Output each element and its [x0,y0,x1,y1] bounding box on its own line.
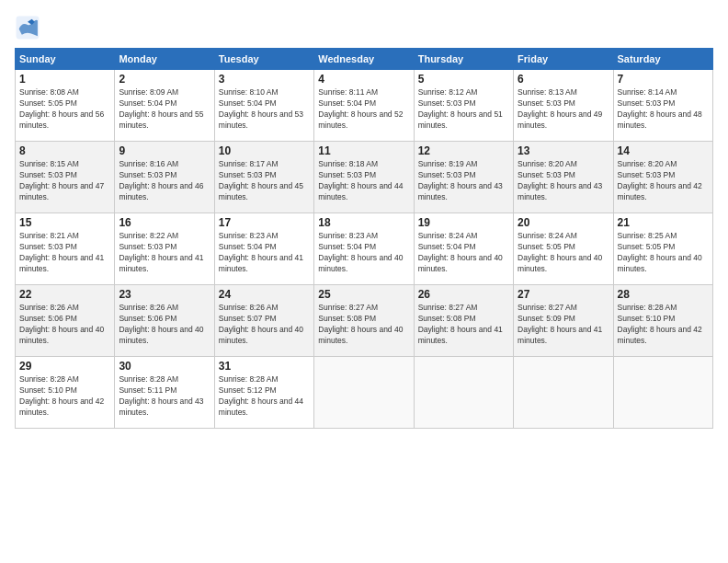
day-cell: 21 Sunrise: 8:25 AM Sunset: 5:05 PM Dayl… [613,213,712,285]
sunset: Sunset: 5:03 PM [318,170,376,179]
day-info: Sunrise: 8:25 AM Sunset: 5:05 PM Dayligh… [618,231,709,275]
daylight: Daylight: 8 hours and 53 minutes. [219,109,303,130]
sunrise: Sunrise: 8:20 AM [618,159,677,168]
sunrise: Sunrise: 8:24 AM [418,231,478,240]
sunrise: Sunrise: 8:09 AM [119,87,178,97]
sunrise: Sunrise: 8:27 AM [318,303,378,312]
calendar-header-row: SundayMondayTuesdayWednesdayThursdayFrid… [16,49,713,70]
day-number: 17 [219,216,310,229]
sunset: Sunset: 5:11 PM [119,385,176,395]
day-cell: 25 Sunrise: 8:27 AM Sunset: 5:08 PM Dayl… [314,285,414,357]
day-info: Sunrise: 8:27 AM Sunset: 5:08 PM Dayligh… [318,303,409,347]
sunset: Sunset: 5:03 PM [418,98,476,108]
day-cell: 19 Sunrise: 8:24 AM Sunset: 5:04 PM Dayl… [414,213,513,285]
day-info: Sunrise: 8:24 AM Sunset: 5:04 PM Dayligh… [418,231,509,275]
sunrise: Sunrise: 8:22 AM [119,231,178,240]
day-header-monday: Monday [115,49,214,70]
sunset: Sunset: 5:05 PM [518,242,575,251]
day-cell: 13 Sunrise: 8:20 AM Sunset: 5:03 PM Dayl… [514,142,613,213]
day-number: 20 [518,216,609,229]
day-info: Sunrise: 8:18 AM Sunset: 5:03 PM Dayligh… [318,159,409,203]
sunset: Sunset: 5:03 PM [219,170,277,179]
day-cell: 10 Sunrise: 8:17 AM Sunset: 5:03 PM Dayl… [214,142,313,213]
day-cell [314,357,414,429]
day-cell: 20 Sunrise: 8:24 AM Sunset: 5:05 PM Dayl… [514,213,613,285]
day-header-thursday: Thursday [414,49,513,70]
day-cell: 28 Sunrise: 8:28 AM Sunset: 5:10 PM Dayl… [613,285,712,357]
sunset: Sunset: 5:12 PM [219,385,277,395]
day-number: 13 [518,144,609,157]
calendar-table: SundayMondayTuesdayWednesdayThursdayFrid… [15,48,713,429]
day-info: Sunrise: 8:28 AM Sunset: 5:12 PM Dayligh… [219,374,310,419]
day-cell: 16 Sunrise: 8:22 AM Sunset: 5:03 PM Dayl… [115,213,214,285]
day-header-sunday: Sunday [16,49,115,70]
day-cell: 17 Sunrise: 8:23 AM Sunset: 5:04 PM Dayl… [214,213,313,285]
sunset: Sunset: 5:06 PM [19,314,77,323]
sunset: Sunset: 5:04 PM [219,242,277,251]
day-info: Sunrise: 8:26 AM Sunset: 5:06 PM Dayligh… [119,303,210,347]
week-row-5: 29 Sunrise: 8:28 AM Sunset: 5:10 PM Dayl… [16,357,713,429]
day-info: Sunrise: 8:27 AM Sunset: 5:08 PM Dayligh… [418,303,509,347]
daylight: Daylight: 8 hours and 40 minutes. [518,253,602,273]
day-cell: 12 Sunrise: 8:19 AM Sunset: 5:03 PM Dayl… [414,142,513,213]
day-number: 21 [618,216,709,229]
day-cell: 1 Sunrise: 8:08 AM Sunset: 5:05 PM Dayli… [16,70,115,142]
daylight: Daylight: 8 hours and 40 minutes. [219,325,303,345]
day-number: 18 [318,216,409,229]
day-cell: 3 Sunrise: 8:10 AM Sunset: 5:04 PM Dayli… [214,70,313,142]
day-cell [613,357,712,429]
day-number: 3 [219,73,310,86]
day-info: Sunrise: 8:23 AM Sunset: 5:04 PM Dayligh… [318,231,409,275]
daylight: Daylight: 8 hours and 42 minutes. [19,396,104,417]
day-info: Sunrise: 8:23 AM Sunset: 5:04 PM Dayligh… [219,231,310,275]
daylight: Daylight: 8 hours and 46 minutes. [119,181,203,201]
sunset: Sunset: 5:03 PM [119,170,176,179]
sunrise: Sunrise: 8:26 AM [219,303,279,312]
day-number: 6 [518,73,609,86]
daylight: Daylight: 8 hours and 52 minutes. [318,109,403,130]
sunrise: Sunrise: 8:21 AM [19,231,79,240]
sunrise: Sunrise: 8:26 AM [119,303,178,312]
sunrise: Sunrise: 8:08 AM [19,87,79,97]
sunset: Sunset: 5:04 PM [318,242,376,251]
day-info: Sunrise: 8:13 AM Sunset: 5:03 PM Dayligh… [518,87,609,132]
day-cell [514,357,613,429]
sunset: Sunset: 5:08 PM [318,314,376,323]
day-number: 26 [418,288,509,301]
sunrise: Sunrise: 8:17 AM [219,159,279,168]
day-info: Sunrise: 8:28 AM Sunset: 5:10 PM Dayligh… [618,303,709,347]
day-info: Sunrise: 8:16 AM Sunset: 5:03 PM Dayligh… [119,159,210,203]
day-number: 19 [418,216,509,229]
sunset: Sunset: 5:10 PM [618,314,676,323]
sunrise: Sunrise: 8:18 AM [318,159,378,168]
sunset: Sunset: 5:07 PM [219,314,277,323]
day-info: Sunrise: 8:14 AM Sunset: 5:03 PM Dayligh… [618,87,709,132]
day-number: 14 [618,144,709,157]
day-cell [414,357,513,429]
sunset: Sunset: 5:03 PM [618,98,676,108]
day-cell: 30 Sunrise: 8:28 AM Sunset: 5:11 PM Dayl… [115,357,214,429]
sunrise: Sunrise: 8:13 AM [518,87,577,97]
day-cell: 24 Sunrise: 8:26 AM Sunset: 5:07 PM Dayl… [214,285,313,357]
day-cell: 7 Sunrise: 8:14 AM Sunset: 5:03 PM Dayli… [613,70,712,142]
page-header [15,15,713,40]
daylight: Daylight: 8 hours and 41 minutes. [518,325,602,345]
sunrise: Sunrise: 8:23 AM [219,231,279,240]
daylight: Daylight: 8 hours and 40 minutes. [19,325,104,345]
day-info: Sunrise: 8:08 AM Sunset: 5:05 PM Dayligh… [19,87,110,132]
daylight: Daylight: 8 hours and 40 minutes. [618,253,702,273]
day-cell: 11 Sunrise: 8:18 AM Sunset: 5:03 PM Dayl… [314,142,414,213]
day-cell: 4 Sunrise: 8:11 AM Sunset: 5:04 PM Dayli… [314,70,414,142]
day-number: 16 [119,216,210,229]
day-number: 4 [318,73,409,86]
day-info: Sunrise: 8:10 AM Sunset: 5:04 PM Dayligh… [219,87,310,132]
sunrise: Sunrise: 8:27 AM [518,303,577,312]
week-row-2: 8 Sunrise: 8:15 AM Sunset: 5:03 PM Dayli… [16,142,713,213]
day-cell: 23 Sunrise: 8:26 AM Sunset: 5:06 PM Dayl… [115,285,214,357]
sunset: Sunset: 5:06 PM [119,314,176,323]
day-number: 25 [318,288,409,301]
daylight: Daylight: 8 hours and 47 minutes. [19,181,104,201]
day-info: Sunrise: 8:22 AM Sunset: 5:03 PM Dayligh… [119,231,210,275]
sunrise: Sunrise: 8:28 AM [219,374,279,384]
day-cell: 6 Sunrise: 8:13 AM Sunset: 5:03 PM Dayli… [514,70,613,142]
